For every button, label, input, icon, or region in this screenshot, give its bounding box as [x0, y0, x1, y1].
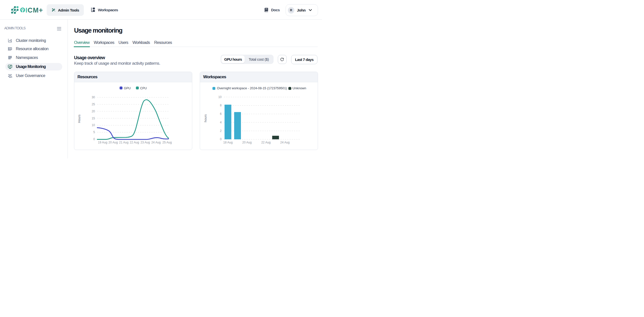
svg-text:22 Aug: 22 Aug — [130, 140, 139, 144]
svg-text:25: 25 — [92, 102, 95, 106]
svg-text:24 Aug: 24 Aug — [280, 140, 290, 144]
svg-text:23 Aug: 23 Aug — [141, 140, 150, 144]
svg-text:Hours: Hours — [78, 114, 81, 123]
svg-text:19 Aug: 19 Aug — [98, 140, 107, 144]
svg-text:22 Aug: 22 Aug — [261, 140, 271, 144]
svg-text:Overnight workspace - 2024-08-: Overnight workspace - 2024-08-15 (172375… — [217, 86, 287, 90]
svg-text:0: 0 — [220, 137, 222, 141]
svg-text:18 Aug: 18 Aug — [223, 140, 233, 144]
svg-text:21 Aug: 21 Aug — [119, 140, 128, 144]
svg-text:20 Aug: 20 Aug — [108, 140, 118, 144]
svg-text:4: 4 — [220, 120, 222, 124]
svg-text:10: 10 — [92, 123, 95, 127]
svg-text:GPU: GPU — [124, 86, 131, 90]
svg-text:hours: hours — [204, 114, 207, 122]
svg-text:CM+: CM+ — [28, 7, 43, 14]
svg-text:15: 15 — [92, 116, 95, 120]
svg-text:30: 30 — [92, 95, 95, 99]
svg-text:25 Aug: 25 Aug — [162, 140, 172, 144]
svg-text:6: 6 — [220, 112, 222, 116]
svg-text:CPU: CPU — [140, 86, 147, 90]
svg-text:24 Aug: 24 Aug — [151, 140, 161, 144]
svg-text:0: 0 — [93, 137, 95, 141]
svg-text:20: 20 — [92, 109, 95, 113]
svg-text:2: 2 — [220, 129, 222, 132]
svg-text:Unknown: Unknown — [293, 86, 306, 90]
svg-text:10: 10 — [218, 95, 222, 99]
svg-text:5: 5 — [93, 130, 95, 134]
svg-text:20 Aug: 20 Aug — [242, 140, 251, 144]
svg-text:8: 8 — [220, 104, 222, 107]
